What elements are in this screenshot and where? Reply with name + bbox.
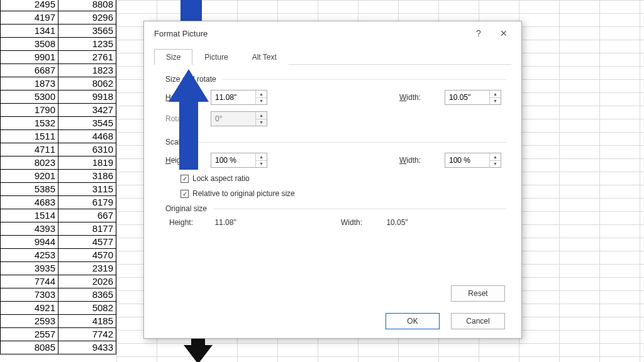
spinner[interactable]: ▲▼	[489, 153, 501, 167]
format-picture-dialog: Format Picture ? ✕ Size Picture Alt Text…	[143, 21, 522, 339]
scale-height-input[interactable]: ▲▼	[211, 153, 267, 168]
data-cell[interactable]: 9433	[58, 341, 116, 354]
data-cell[interactable]: 9901	[1, 51, 58, 64]
data-cell[interactable]: 3565	[58, 25, 116, 38]
help-button[interactable]: ?	[466, 25, 491, 42]
data-cell[interactable]: 7744	[1, 275, 58, 288]
label-orig-width: Width:	[341, 218, 386, 227]
data-cell[interactable]: 7303	[1, 288, 58, 302]
label-scale-width: Width:	[399, 156, 445, 165]
dialog-titlebar: Format Picture ? ✕	[144, 21, 521, 45]
data-cell[interactable]: 6687	[1, 64, 58, 77]
data-cell[interactable]: 1235	[58, 38, 116, 51]
data-cell[interactable]: 6179	[58, 196, 116, 209]
lock-aspect-checkbox[interactable]: ✓ Lock aspect ratio	[180, 174, 506, 183]
data-cell[interactable]: 1532	[1, 117, 58, 130]
data-cell[interactable]: 2557	[1, 328, 58, 341]
relative-checkbox[interactable]: ✓ Relative to original picture size	[180, 189, 506, 198]
spinner[interactable]: ▲▼	[489, 90, 501, 104]
data-cell[interactable]: 4393	[1, 222, 58, 236]
ok-button[interactable]: OK	[386, 313, 440, 329]
tab-size[interactable]: Size	[154, 49, 192, 65]
data-cell[interactable]: 2319	[58, 262, 116, 275]
height-field[interactable]	[211, 90, 255, 104]
rule	[191, 142, 506, 143]
data-cell[interactable]: 2593	[1, 315, 58, 328]
reset-button[interactable]: Reset	[451, 285, 505, 302]
data-cell[interactable]: 4921	[1, 302, 58, 315]
group-original-label: Original size	[165, 204, 207, 213]
data-cell[interactable]: 1511	[1, 130, 58, 143]
data-cell[interactable]: 8808	[58, 0, 116, 11]
data-cell[interactable]: 3545	[58, 117, 116, 130]
data-cell[interactable]: 1514	[1, 209, 58, 222]
data-cell[interactable]: 4577	[58, 236, 116, 249]
data-cell[interactable]: 1341	[1, 25, 58, 38]
rule	[223, 79, 506, 80]
data-cell[interactable]: 5385	[1, 183, 58, 196]
data-cell[interactable]: 3935	[1, 262, 58, 275]
rule	[213, 209, 506, 209]
data-cell[interactable]: 1790	[1, 104, 58, 117]
data-cell[interactable]: 4197	[1, 11, 58, 25]
dialog-tabs: Size Picture Alt Text	[144, 45, 521, 64]
data-cell[interactable]: 2761	[58, 51, 116, 64]
label-orig-height: Height:	[169, 218, 214, 227]
data-cell[interactable]: 9944	[1, 236, 58, 249]
data-cell[interactable]: 5082	[58, 302, 116, 315]
data-cell[interactable]: 4253	[1, 249, 58, 262]
data-cell[interactable]: 4570	[58, 249, 116, 262]
data-cell[interactable]: 1873	[1, 77, 58, 90]
data-cell[interactable]: 9296	[58, 11, 116, 25]
data-cell[interactable]: 7742	[58, 328, 116, 341]
value-orig-width: 10.05"	[386, 218, 506, 227]
data-cell[interactable]: 1819	[58, 156, 116, 170]
label-width: Width:	[399, 93, 445, 102]
data-cell[interactable]: 2495	[1, 0, 58, 11]
data-cell[interactable]: 9918	[58, 90, 116, 104]
data-cell[interactable]: 8085	[1, 341, 58, 354]
spinner[interactable]: ▲▼	[255, 90, 267, 104]
data-cell[interactable]: 2026	[58, 275, 116, 288]
width-field[interactable]	[445, 90, 489, 104]
spinner: ▲▼	[255, 112, 267, 126]
scale-width-field[interactable]	[445, 153, 489, 167]
cancel-button[interactable]: Cancel	[451, 313, 505, 329]
height-input[interactable]: ▲▼	[211, 90, 267, 105]
data-cell[interactable]: 4468	[58, 130, 116, 143]
data-cell[interactable]: 4185	[58, 315, 116, 328]
data-cell[interactable]: 667	[58, 209, 116, 222]
data-cell[interactable]: 8365	[58, 288, 116, 302]
width-input[interactable]: ▲▼	[445, 90, 501, 105]
dialog-title: Format Picture	[154, 29, 466, 38]
tab-alt-text[interactable]: Alt Text	[240, 49, 289, 65]
data-cell[interactable]: 9201	[1, 170, 58, 183]
arrow-down-icon	[186, 335, 218, 362]
data-cell[interactable]: 3508	[1, 38, 58, 51]
data-cell[interactable]: 6310	[58, 143, 116, 156]
scale-width-input[interactable]: ▲▼	[445, 153, 501, 168]
value-orig-height: 11.08"	[214, 218, 335, 227]
data-cell[interactable]: 4683	[1, 196, 58, 209]
group-size-rotate: Size and rotate	[165, 75, 506, 84]
data-cell[interactable]: 8062	[58, 77, 116, 90]
data-cell[interactable]: 3115	[58, 183, 116, 196]
spinner[interactable]: ▲▼	[255, 153, 267, 167]
data-cell[interactable]: 3186	[58, 170, 116, 183]
scale-height-field[interactable]	[211, 153, 255, 167]
lock-aspect-label: Lock aspect ratio	[192, 174, 250, 183]
dialog-footer: OK Cancel	[144, 313, 521, 329]
data-cell[interactable]: 4711	[1, 143, 58, 156]
data-cell[interactable]: 5300	[1, 90, 58, 104]
tab-picture[interactable]: Picture	[192, 49, 240, 65]
data-cell[interactable]: 8177	[58, 222, 116, 236]
arrow-up-icon	[162, 69, 215, 170]
close-button[interactable]: ✕	[491, 25, 516, 42]
data-cell[interactable]: 1823	[58, 64, 116, 77]
data-cell[interactable]: 3427	[58, 104, 116, 117]
group-original: Original size	[165, 204, 506, 213]
group-scale: Scale	[165, 138, 506, 146]
rotation-input: ▲▼	[211, 111, 267, 126]
checkbox-icon: ✓	[180, 190, 189, 198]
data-cell[interactable]: 8023	[1, 156, 58, 170]
